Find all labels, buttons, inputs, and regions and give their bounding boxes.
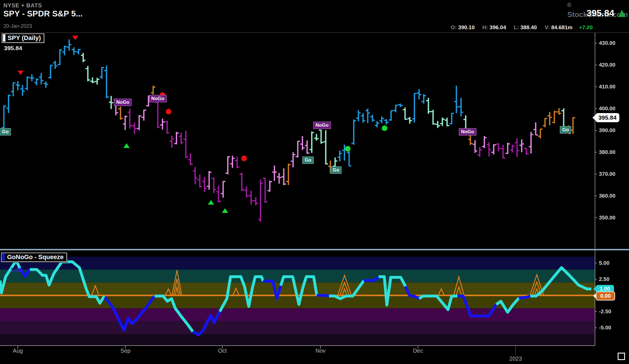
- ohlc-bar: [225, 156, 230, 174]
- ohlc-bar: [230, 156, 235, 168]
- ohlc-bar: [459, 98, 463, 116]
- price-axis-tick: [595, 86, 597, 87]
- red-dot-marker: [241, 156, 247, 161]
- price-axis-tick: [595, 217, 597, 218]
- price-chart: [0, 33, 595, 249]
- ohlc-bar: [109, 96, 113, 109]
- ohlc-bar: [179, 133, 183, 144]
- go-label: Go: [560, 126, 571, 134]
- ohlc-bar: [100, 67, 104, 79]
- squeeze-line-blue: [317, 295, 329, 296]
- ohlc-bar: [235, 156, 239, 168]
- ohlc-bar: [426, 98, 431, 114]
- legend-marker: [3, 34, 5, 42]
- ohlc-bar: [267, 181, 272, 192]
- ohlc-bar: [44, 82, 48, 88]
- ohlc-bar: [62, 46, 67, 55]
- high-label: H:: [482, 24, 488, 30]
- low-value: 388.40: [520, 24, 537, 30]
- squeeze-axis-label: -2.50: [599, 308, 611, 315]
- ohlc-bar: [538, 129, 543, 139]
- squeeze-legend: GoNoGo - Squeeze: [1, 253, 67, 262]
- ohlc-bar: [207, 171, 211, 190]
- ohlc-bar: [53, 61, 58, 69]
- ohlc-bar: [309, 132, 314, 153]
- ohlc-bar: [86, 66, 90, 81]
- ohlc-bar: [6, 95, 11, 113]
- ohlc-bar: [431, 110, 435, 125]
- ohlc-bar: [501, 145, 505, 158]
- symbol-title: SPY - SPDR S&P 5...: [3, 9, 83, 18]
- go-label: Go: [330, 166, 342, 174]
- ohlc-bar: [118, 107, 123, 120]
- ohlc-bar: [412, 93, 417, 122]
- ohlc-bar: [520, 139, 524, 152]
- nogo-label: NoGo: [114, 99, 132, 106]
- price-axis-tick: [595, 43, 597, 43]
- ohlc-bar: [16, 81, 20, 90]
- green-up-triangle-marker: [222, 208, 228, 213]
- legend-marker: [2, 253, 5, 261]
- ohlc-bar: [552, 111, 557, 123]
- ohlc-bar: [128, 109, 132, 129]
- ohlc-bar: [221, 181, 225, 198]
- ohlc-bar: [473, 140, 477, 153]
- ohlc-bar: [254, 197, 258, 206]
- squeeze-axis-tick: [595, 263, 597, 263]
- ohlc-bar: [202, 177, 207, 192]
- red-down-triangle-marker: [72, 36, 78, 40]
- green-up-triangle-marker: [208, 200, 214, 205]
- green-dot-marker: [382, 125, 387, 131]
- chart-date: 20-Jan-2023: [3, 23, 32, 29]
- ohlc-bar: [48, 65, 53, 79]
- price-axis-tick: [595, 196, 597, 196]
- price-axis-label: 390.00: [599, 127, 615, 134]
- month-label: Dec: [413, 348, 423, 354]
- red-down-triangle-marker: [18, 71, 24, 75]
- red-dot-marker: [166, 109, 171, 115]
- ohlc-bar: [104, 65, 109, 98]
- ohlc-bar: [300, 136, 305, 150]
- ohlc-bar: [361, 113, 365, 123]
- last-price: 395.84: [586, 8, 614, 18]
- ohlc-bar: [417, 89, 421, 99]
- price-axis-label: 370.00: [599, 171, 615, 177]
- ohlc-bar: [193, 167, 197, 184]
- ohlc-bar: [95, 78, 100, 84]
- last-price-tag: 395.84: [596, 113, 619, 122]
- ohlc-bar: [160, 118, 165, 130]
- copyright-icon: ©: [567, 2, 571, 8]
- squeeze-legend-label: GoNoGo - Squeeze: [7, 253, 64, 261]
- ohlc-bar: [188, 153, 193, 165]
- ohlc-bar: [29, 74, 34, 81]
- price-up-triangle-icon: [618, 10, 626, 17]
- go-label: Go: [302, 156, 314, 164]
- ohlc-bar: [142, 110, 146, 121]
- open-label: O:: [451, 24, 457, 30]
- ohlc-bar: [379, 117, 384, 123]
- month-label: Aug: [13, 348, 23, 354]
- main-legend-label: SPY (Daily): [8, 34, 41, 42]
- go-label: Go: [0, 128, 11, 136]
- nogo-label: NoGo: [149, 95, 166, 102]
- squeeze-axis-label: 2.50: [599, 276, 609, 282]
- squeeze-axis-label: -5.00: [599, 325, 611, 331]
- ohlc-bar: [389, 111, 393, 121]
- ohlc-bar: [305, 140, 309, 154]
- price-axis-label: 430.00: [599, 40, 615, 46]
- right-axis-line: [595, 33, 595, 345]
- ohlc-bar: [366, 109, 370, 123]
- panel-separator: [0, 249, 629, 250]
- ohlc-bar: [543, 118, 547, 127]
- price-axis-tick: [595, 108, 597, 109]
- ohlc-bar: [295, 141, 300, 158]
- resize-handle[interactable]: [618, 353, 625, 360]
- ohlc-bar: [137, 115, 142, 130]
- ohlc-bar: [324, 130, 328, 164]
- squeeze-axis-tick: [595, 327, 597, 328]
- price-axis-label: 420.00: [599, 62, 615, 68]
- ohlc-bar: [562, 108, 566, 128]
- ohlc-bar: [510, 145, 515, 153]
- ohlc-bar: [258, 179, 263, 222]
- ohlc-bar: [174, 132, 179, 144]
